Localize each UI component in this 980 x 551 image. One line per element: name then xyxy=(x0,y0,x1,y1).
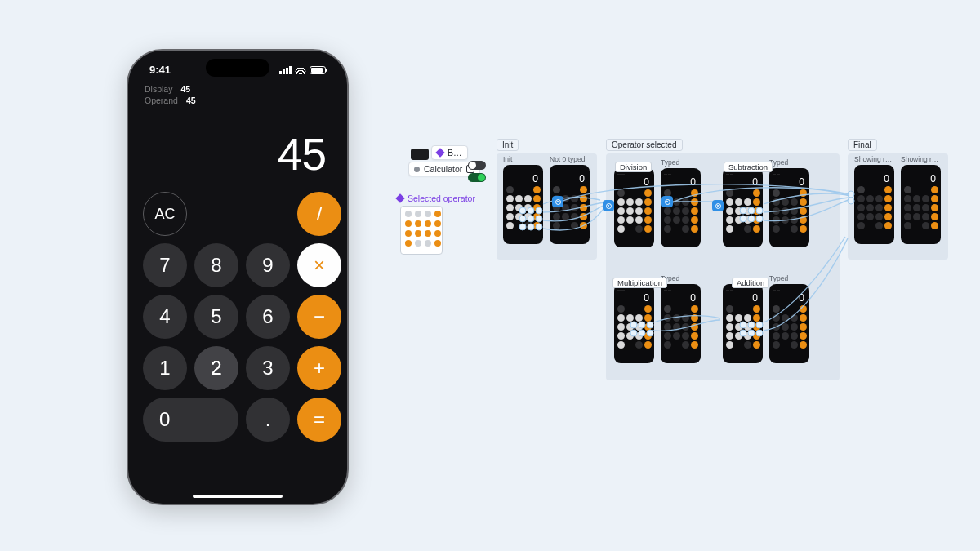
mini-display: 0 xyxy=(617,176,651,189)
dot-icon xyxy=(414,167,420,172)
mini-display: 0 xyxy=(904,172,938,186)
flow-port[interactable] xyxy=(603,200,614,211)
status-time: 9:41 xyxy=(149,64,171,76)
key-plus[interactable]: + xyxy=(297,346,341,390)
breadcrumb-calc-label: Calculator xyxy=(424,164,462,174)
sublabel-subtraction: Subtraction xyxy=(724,162,773,172)
key-4[interactable]: 4 xyxy=(143,295,187,339)
mini-display: 0 xyxy=(664,291,697,305)
key-0[interactable]: 0 xyxy=(143,398,238,442)
key-multiply[interactable]: × xyxy=(297,243,341,287)
group-opsel-label: Operator selected xyxy=(606,139,683,151)
group-init-label: Init xyxy=(497,139,519,151)
mini-display: 0 xyxy=(726,291,760,305)
calc-display: 45 xyxy=(141,105,334,192)
state-div-typed-caption: Typed xyxy=(661,158,679,167)
key-2[interactable]: 2 xyxy=(194,346,238,390)
state-division[interactable]: — —0 xyxy=(614,168,654,247)
operator-palette[interactable] xyxy=(400,206,443,255)
selected-operator-text: Selected operator xyxy=(408,193,475,203)
state-init-caption: Init xyxy=(503,155,512,163)
battery-icon xyxy=(310,66,326,74)
key-minus[interactable]: − xyxy=(297,295,341,339)
state-canvas[interactable]: B… Calculator Selected operator Init Ini… xyxy=(392,147,968,424)
state-final2-caption: Showing r… xyxy=(901,155,938,163)
state-final1-caption: Showing r… xyxy=(854,155,892,163)
key-8[interactable]: 8 xyxy=(194,243,238,287)
home-indicator xyxy=(193,495,283,498)
state-final-2[interactable]: Showing r… — —0 xyxy=(901,165,941,244)
state-addition[interactable]: — —0 xyxy=(723,284,763,363)
key-9[interactable]: 9 xyxy=(246,243,290,287)
key-equals[interactable]: = xyxy=(297,398,341,442)
state-multiplication[interactable]: — —0 xyxy=(614,284,654,363)
state-not0-caption: Not 0 typed xyxy=(550,155,585,163)
mini-display: 0 xyxy=(858,172,891,186)
meta-operand-value: 45 xyxy=(186,96,196,105)
mini-display: 0 xyxy=(773,176,806,189)
mini-display: 0 xyxy=(506,172,540,186)
dynamic-island xyxy=(206,59,270,77)
key-7[interactable]: 7 xyxy=(143,243,187,287)
diamond-icon xyxy=(395,193,404,202)
key-6[interactable]: 6 xyxy=(246,295,290,339)
thumbnail-chip[interactable] xyxy=(411,149,429,160)
toggle-2[interactable] xyxy=(468,173,486,182)
meta-display-label: Display xyxy=(145,84,172,94)
group-final-label: Final xyxy=(848,139,877,151)
state-multiplication-typed[interactable]: Typed — —0 xyxy=(661,284,701,363)
signal-icon xyxy=(279,66,292,74)
iphone-mock: 9:41 Display45 Operand45 45 AC / 7 8 9 ×… xyxy=(127,49,349,505)
state-division-typed[interactable]: Typed — —0 xyxy=(661,168,701,247)
breadcrumb-b-label: B… xyxy=(448,148,462,158)
key-dot[interactable]: . xyxy=(246,398,290,442)
flow-port[interactable] xyxy=(552,196,564,207)
mini-display: 0 xyxy=(664,176,697,189)
key-ac[interactable]: AC xyxy=(143,192,187,236)
mini-display: 0 xyxy=(617,291,651,305)
state-init[interactable]: Init — —0 xyxy=(503,165,543,244)
key-1[interactable]: 1 xyxy=(143,346,187,390)
toggle-stack[interactable] xyxy=(468,161,486,182)
debug-meta: Display45 Operand45 xyxy=(141,82,334,105)
meta-operand-label: Operand xyxy=(145,96,178,105)
state-final-1[interactable]: Showing r… — —0 xyxy=(854,165,894,244)
sublabel-division: Division xyxy=(615,162,652,172)
keypad: AC / 7 8 9 × 4 5 6 − 1 2 3 + 0 . = xyxy=(141,192,334,442)
selected-operator-label: Selected operator xyxy=(392,192,480,205)
state-add-typed-caption: Typed xyxy=(769,274,788,282)
state-subtraction[interactable]: — —0 xyxy=(723,168,763,247)
key-5[interactable]: 5 xyxy=(194,295,238,339)
flow-port[interactable] xyxy=(712,200,724,211)
key-3[interactable]: 3 xyxy=(246,346,290,390)
flow-port[interactable] xyxy=(662,196,673,207)
toggle-1[interactable] xyxy=(468,161,486,170)
state-subtraction-typed[interactable]: Typed — —0 xyxy=(769,168,809,247)
meta-display-value: 45 xyxy=(180,84,190,94)
mini-display: 0 xyxy=(553,172,586,186)
state-addition-typed[interactable]: Typed — —0 xyxy=(769,284,809,363)
key-divide[interactable]: / xyxy=(297,192,341,236)
mini-display: 0 xyxy=(726,176,760,189)
mini-display: 0 xyxy=(773,291,806,305)
sublabel-multiplication: Multiplication xyxy=(612,278,667,288)
diamond-icon xyxy=(435,148,444,157)
wifi-icon xyxy=(295,66,306,74)
sublabel-addition: Addition xyxy=(732,278,769,288)
breadcrumb-b[interactable]: B… xyxy=(431,145,468,160)
